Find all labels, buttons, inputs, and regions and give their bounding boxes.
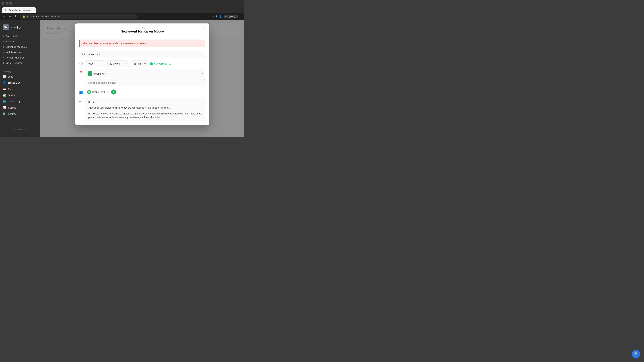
- location-pin-icon: 📍: [79, 71, 83, 75]
- title-bar: — □ ×: [0, 0, 244, 7]
- sidebar-item-marketing-associate[interactable]: Marketing Associate: [0, 44, 40, 50]
- profile-icon[interactable]: 👤: [219, 15, 222, 18]
- sidebar-item-web-developer[interactable]: Web Developer: [0, 50, 40, 55]
- event-title-field: [79, 51, 205, 58]
- url-bar[interactable]: 🔒 app.homerun.co/candidates/5425513: [20, 14, 138, 19]
- tab-bar: H Candidates · Homerun × +: [0, 7, 244, 13]
- sidebar-item-teacher[interactable]: Teacher: [0, 39, 40, 44]
- job-dot: [3, 35, 4, 37]
- forward-button[interactable]: →: [8, 14, 12, 18]
- tab-favicon: H: [5, 9, 8, 11]
- org-name: Moodjoy: [10, 26, 21, 29]
- message-body[interactable]: Hi Karen, Thanks for your patience while…: [85, 98, 205, 122]
- job-dot: [3, 46, 4, 48]
- nav-label: To-dos: [8, 94, 15, 97]
- candidates-icon: 👤: [3, 81, 6, 84]
- phone-number-input[interactable]: [85, 79, 205, 86]
- nav-item-todos[interactable]: ✅ To-dos: [0, 92, 40, 98]
- add-attendee-button[interactable]: +: [111, 89, 116, 94]
- download-icon[interactable]: ⬇: [215, 15, 218, 18]
- modal-step-label: STEP 1 OF 1: [79, 27, 205, 29]
- incognito-badge: Incognito (2): [224, 15, 238, 18]
- career-page-icon: 🌐: [3, 100, 6, 103]
- address-actions: ☆ ⬇ 👤 Incognito (2) ⋮: [212, 15, 242, 18]
- event-title-input[interactable]: [79, 51, 205, 58]
- message-lines-icon: ≡: [79, 100, 83, 103]
- nav-item-candidates[interactable]: 👤 Candidates: [0, 80, 40, 86]
- job-label: Visual Designer: [6, 62, 22, 64]
- settings-icon: ⚙️: [3, 112, 6, 115]
- browser-tab[interactable]: H Candidates · Homerun ×: [2, 7, 36, 13]
- attendee-name: Shane Smith: [92, 91, 106, 93]
- bookmark-icon[interactable]: ☆: [212, 15, 214, 18]
- timezone-globe-icon: 🌐: [150, 62, 153, 65]
- modal-header: STEP 1 OF 1 New event for Karen Moore ×: [75, 23, 209, 36]
- main-content: Karen Moore Candidates STEP 1 OF 1 New e…: [40, 20, 244, 137]
- phone-icon: 📞: [88, 71, 92, 76]
- app-layout: MM Moodjoy ▾ Content Writer Teacher Mark…: [0, 20, 244, 137]
- timezone-label: ASIA/SHANGHAI: [154, 62, 172, 65]
- job-dot: [3, 52, 4, 53]
- back-button[interactable]: ←: [2, 14, 6, 18]
- menu-icon[interactable]: ⋮: [240, 15, 242, 18]
- maximize-button[interactable]: □: [6, 2, 8, 4]
- nav-item-insights[interactable]: 📊 Insights: [0, 105, 40, 111]
- attendee-chip: SS Shane Smith ×: [85, 89, 110, 95]
- no-email-alert: This candidate has no email and will not…: [79, 39, 205, 47]
- minimize-button[interactable]: —: [2, 2, 4, 4]
- nav-items: ⬜ Jobs 👤 Candidates 📅 Events ✅ To-dos 🌐 …: [0, 73, 40, 117]
- remove-attendee-button[interactable]: ×: [106, 91, 108, 93]
- sidebar-section-label: Moodjoy: [0, 69, 40, 73]
- window-controls[interactable]: — □ ×: [2, 2, 12, 4]
- job-label: Content Writer: [6, 35, 21, 37]
- nav-label: Events: [8, 88, 15, 90]
- attendee-avatar: SS: [87, 90, 91, 94]
- jobs-icon: ⬜: [3, 75, 6, 78]
- modal-title: New event for Karen Moore: [79, 29, 205, 33]
- sidebar-item-visual-designer[interactable]: Visual Designer: [0, 60, 40, 66]
- job-label: Account Manager: [6, 56, 24, 59]
- sidebar: MM Moodjoy ▾ Content Writer Teacher Mark…: [0, 20, 40, 137]
- tab-close-button[interactable]: ×: [32, 9, 33, 11]
- nav-item-events[interactable]: 📅 Events: [0, 86, 40, 92]
- job-dot: [3, 57, 4, 58]
- nav-item-career-page[interactable]: 🌐 Career page: [0, 98, 40, 105]
- nav-item-jobs[interactable]: ⬜ Jobs: [0, 73, 40, 80]
- job-label: Marketing Associate: [6, 45, 27, 48]
- attendees-list: SS Shane Smith × +: [85, 89, 116, 95]
- insights-icon: 📊: [3, 106, 6, 109]
- datetime-row: 🕐 today 11:30 pm 15 min 🌐 ASIA/SHANGH: [79, 60, 205, 67]
- nav-label: Settings: [8, 113, 16, 115]
- new-tab-button[interactable]: +: [36, 8, 40, 13]
- url-text: app.homerun.co/candidates/5425513: [26, 15, 62, 18]
- sidebar-footer: HOMERUN: [0, 125, 40, 134]
- duration-select[interactable]: 15 min: [131, 60, 148, 67]
- job-list: Content Writer Teacher Marketing Associa…: [0, 33, 40, 66]
- time-select[interactable]: 11:30 pm: [107, 60, 129, 67]
- events-icon: 📅: [3, 87, 6, 91]
- clock-icon: 🕐: [79, 62, 83, 65]
- phone-type-label: Phone call: [94, 72, 105, 75]
- job-label: Web Developer: [6, 51, 22, 54]
- homerun-logo: HOMERUN: [14, 128, 26, 131]
- modal-close-button[interactable]: ×: [201, 26, 206, 31]
- date-select[interactable]: today: [85, 60, 105, 67]
- sidebar-item-account-manager[interactable]: Account Manager: [0, 55, 40, 60]
- attendees-icon: 👥: [79, 90, 83, 94]
- message-greeting: Hi Karen,: [88, 100, 202, 104]
- location-row: 📍 📞 Phone call ▾: [79, 69, 205, 86]
- org-header[interactable]: MM Moodjoy ▾: [0, 23, 40, 33]
- attendees-row: 👥 SS Shane Smith × +: [79, 89, 205, 95]
- nav-label: Career page: [8, 100, 21, 103]
- nav-label: Jobs: [8, 75, 13, 78]
- nav-item-settings[interactable]: ⚙️ Settings: [0, 111, 40, 117]
- sidebar-item-content-writer[interactable]: Content Writer: [0, 33, 40, 39]
- job-dot: [3, 41, 4, 42]
- close-button[interactable]: ×: [10, 2, 12, 4]
- timezone-badge[interactable]: 🌐 ASIA/SHANGHAI: [150, 62, 172, 65]
- modal-overlay: STEP 1 OF 1 New event for Karen Moore × …: [40, 20, 244, 137]
- phone-type-select[interactable]: 📞 Phone call ▾: [85, 69, 205, 78]
- message-line1: Thanks for your patience while we review…: [88, 106, 202, 110]
- message-row: ≡ Hi Karen, Thanks for your patience whi…: [79, 98, 205, 122]
- reload-button[interactable]: ↻: [14, 14, 18, 18]
